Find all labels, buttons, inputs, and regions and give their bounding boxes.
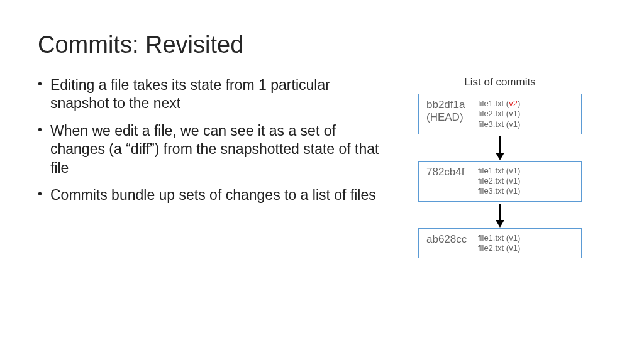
file-list: file1.txt (v1) file2.txt (v1) file3.txt … <box>478 166 575 197</box>
diagram-title: List of commits <box>464 76 535 89</box>
file-entry: file2.txt (v1) <box>478 243 575 253</box>
bullet-item: Editing a file takes its state from 1 pa… <box>38 76 390 113</box>
arrow-down-icon <box>494 134 506 161</box>
file-entry: file2.txt (v1) <box>478 176 575 186</box>
file-list: file1.txt (v2) file2.txt (v1) file3.txt … <box>478 99 575 129</box>
slide-title: Commits: Revisited <box>38 31 606 58</box>
bullet-item: When we edit a file, we can see it as a … <box>38 122 390 177</box>
bullet-list: Editing a file takes its state from 1 pa… <box>38 76 390 258</box>
hash-text: bb2df1a <box>426 99 469 111</box>
file-entry: file1.txt (v1) <box>478 233 575 243</box>
file-list: file1.txt (v1) file2.txt (v1) <box>478 233 575 254</box>
file-entry: file3.txt (v1) <box>478 119 575 129</box>
commit-hash: 782cb4f <box>426 166 469 178</box>
file-entry: file3.txt (v1) <box>478 186 575 196</box>
bullet-item: Commits bundle up sets of changes to a l… <box>38 186 390 204</box>
hash-text: 782cb4f <box>426 166 469 178</box>
slide: Commits: Revisited Editing a file takes … <box>0 0 644 362</box>
commit-box: 782cb4f file1.txt (v1) file2.txt (v1) fi… <box>418 161 582 202</box>
commit-box: bb2df1a (HEAD) file1.txt (v2) file2.txt … <box>418 94 582 134</box>
arrow-down-icon <box>494 202 506 228</box>
file-entry: file2.txt (v1) <box>478 109 575 119</box>
commit-box: ab628cc file1.txt (v1) file2.txt (v1) <box>418 228 582 259</box>
hash-text: ab628cc <box>426 233 469 246</box>
svg-marker-1 <box>496 153 504 160</box>
content-row: Editing a file takes its state from 1 pa… <box>38 76 606 258</box>
file-entry: file1.txt (v2) <box>478 99 575 109</box>
commit-diagram: List of commits bb2df1a (HEAD) file1.txt… <box>409 76 591 258</box>
svg-marker-3 <box>496 220 504 228</box>
commit-hash: bb2df1a (HEAD) <box>426 99 469 124</box>
head-label: (HEAD) <box>426 111 469 124</box>
commit-hash: ab628cc <box>426 233 469 246</box>
file-entry: file1.txt (v1) <box>478 166 575 176</box>
